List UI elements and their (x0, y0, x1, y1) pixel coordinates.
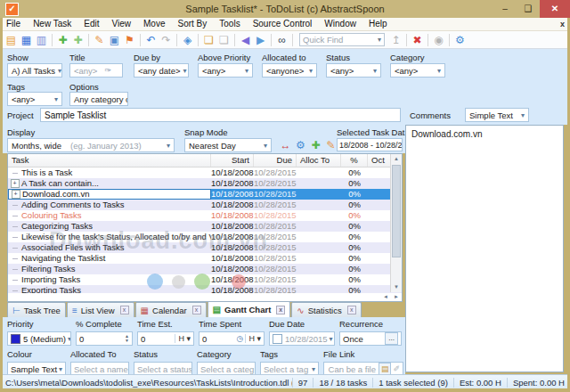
quick-find-input[interactable]: Quick Find▾ (299, 33, 385, 46)
table-row[interactable]: Adding Comments to Tasks10/18/200810/28/… (8, 200, 402, 210)
vertical-scrollbar[interactable]: ▲ ▼ (390, 154, 402, 292)
display-combo[interactable]: Months, wide (eg. January 2013) (7, 138, 175, 152)
table-row[interactable]: Likewise for the task's Status, Allocate… (8, 232, 402, 242)
task-title-cell[interactable]: +Download.com.vn (8, 189, 211, 200)
chevron-down-icon[interactable]: ▾ (378, 36, 381, 44)
plus-icon[interactable]: + (11, 179, 20, 188)
scroll-to-task-icon[interactable]: ↥ (388, 33, 403, 47)
comments-panel[interactable]: Download.com.vn (405, 125, 564, 372)
table-row[interactable]: +Download.com.vn10/18/200810/28/20150% (8, 189, 402, 200)
filter-dueby-combo[interactable]: <any date> (134, 63, 189, 78)
due-date-checkbox[interactable] (273, 334, 282, 344)
scroll-up-icon[interactable]: ▲ (391, 154, 402, 164)
new-task-icon[interactable]: ✚ (55, 33, 70, 47)
delete-task-icon[interactable]: ✖ (410, 33, 425, 47)
save-all-icon[interactable]: ▥ (34, 33, 49, 47)
project-input[interactable]: Sample Tasklist (40, 108, 401, 122)
undo-icon[interactable]: ↶ (143, 33, 159, 47)
task-title-cell[interactable]: Navigating the Tasklist (8, 253, 211, 264)
column-header-oct[interactable]: Oct (368, 154, 393, 167)
new-subtask-icon[interactable]: ✚ (70, 33, 86, 47)
time-spent-unit-button[interactable]: H ▾ (245, 334, 261, 343)
recurrence-field[interactable]: Once ... (339, 331, 402, 346)
clock-icon[interactable]: ◷ (237, 334, 244, 343)
task-title-cell[interactable]: This is a Task (8, 167, 211, 178)
table-row[interactable]: Navigating the Tasklist10/18/200810/28/2… (8, 253, 402, 264)
menu-item-tools[interactable]: Tools (213, 18, 246, 30)
table-row[interactable]: Filtering Tasks10/18/200810/28/20150% (8, 264, 402, 274)
menubar-close-icon[interactable]: x (560, 20, 565, 29)
task-title-cell[interactable]: Filtering Tasks (8, 264, 211, 274)
preferences-gear-icon[interactable]: ⚙ (452, 33, 468, 47)
column-header-due[interactable]: Due (254, 154, 297, 167)
gantt-preferences-icon[interactable]: ⚙ (293, 139, 308, 151)
menu-item-edit[interactable]: Edit (77, 18, 105, 30)
time-est-unit-button[interactable]: H ▾ (175, 334, 191, 343)
filter-status-combo[interactable]: <any> (326, 63, 381, 78)
megaphone-icon[interactable]: ⚑ (122, 33, 137, 47)
tab-task-tree[interactable]: ⊢Task Tree (7, 302, 66, 317)
tab-gantt-chart[interactable]: ▤Gantt Chartx (208, 301, 291, 317)
filter-tags-combo[interactable]: <any> (7, 92, 62, 106)
menu-item-move[interactable]: Move (137, 18, 171, 30)
column-header-alloc-to[interactable]: Alloc To (297, 154, 341, 167)
spinner-arrows-icon[interactable]: ▲▼ (125, 334, 129, 343)
tab-calendar[interactable]: ▦Calendarx (135, 302, 207, 317)
menu-item-file[interactable]: File (0, 18, 27, 30)
menu-item-source-control[interactable]: Source Control (247, 18, 319, 30)
filter-options-combo[interactable]: Any category c... (69, 92, 128, 106)
menu-item-view[interactable]: View (106, 18, 138, 30)
filter-allocto-combo[interactable]: <anyone> (262, 63, 317, 78)
horizontal-scrollbar[interactable]: ◄ ► (7, 293, 403, 302)
table-row[interactable]: Categorizing Tasks10/18/200810/28/20150% (8, 221, 402, 232)
comments-format-combo[interactable]: Simple Text (465, 108, 529, 122)
scroll-left-icon[interactable]: ◄ (380, 293, 391, 301)
edit-task-icon[interactable]: ✎ (92, 33, 107, 47)
table-row[interactable]: Importing Tasks10/18/200810/28/20150% (8, 274, 402, 285)
task-title-cell[interactable]: Associated Files with Tasks (8, 242, 211, 253)
column-header-task[interactable]: Task (8, 154, 211, 167)
expand-tasks-icon[interactable]: ❏ (201, 33, 216, 47)
plus-icon[interactable]: + (12, 190, 20, 199)
tab-list-view[interactable]: ≡List Viewx (67, 302, 134, 317)
tab-close-icon[interactable]: x (276, 306, 285, 314)
scroll-down-icon[interactable]: ▼ (391, 282, 402, 292)
horizontal-split-icon[interactable]: ↔ (278, 139, 293, 151)
column-header-start[interactable]: Start (211, 154, 254, 167)
table-row[interactable]: +A Task can contain...10/18/200810/28/20… (8, 178, 402, 189)
time-spent-field[interactable]: 0 ◷ H ▾ (199, 331, 265, 346)
tab-close-icon[interactable]: x (192, 306, 201, 314)
menu-item-window[interactable]: Window (318, 18, 362, 30)
scroll-right-icon[interactable]: ► (391, 293, 402, 301)
browse-file-icon[interactable]: ▤ (379, 363, 392, 375)
tab-close-icon[interactable]: x (347, 306, 356, 314)
menu-item-new-task[interactable]: New Task (27, 18, 77, 30)
snap-mode-combo[interactable]: Nearest Day (184, 138, 272, 152)
table-header[interactable]: TaskStartDueAlloc To%Oct (8, 154, 402, 167)
tab-statistics[interactable]: ∿Statisticsx (291, 302, 361, 317)
filter-category-combo[interactable]: <any> (390, 63, 445, 78)
task-title-cell[interactable]: Colouring Tasks (8, 210, 211, 221)
find-tasks-icon[interactable]: ∞ (274, 33, 289, 47)
recurrence-more-button[interactable]: ... (385, 332, 398, 345)
menu-item-help[interactable]: Help (362, 18, 394, 30)
table-row[interactable]: Associated Files with Tasks10/18/200810/… (8, 242, 402, 253)
task-title-cell[interactable]: Categorizing Tasks (8, 221, 211, 232)
expand-comments-icon[interactable]: ❏ (216, 33, 232, 47)
filter-priority-combo[interactable]: <any> (198, 63, 253, 78)
task-title-cell[interactable]: Importing Tasks (8, 274, 211, 285)
back-icon[interactable]: ◀ (238, 33, 253, 47)
gantt-new-task-icon[interactable]: ✚ (308, 139, 323, 151)
expand-toggle-icon[interactable]: + (8, 179, 21, 188)
save-tasklist-icon[interactable]: ▦ (19, 33, 34, 47)
expand-toggle-icon[interactable]: + (9, 190, 22, 199)
filter-title-input[interactable]: <any> ✑ (69, 63, 123, 78)
time-est-field[interactable]: 0 H ▾ (137, 331, 194, 346)
redo-icon[interactable]: ↷ (159, 33, 174, 47)
filter-show-combo[interactable]: A) All Tasks (7, 63, 62, 78)
forward-icon[interactable]: ▶ (253, 33, 268, 47)
menu-item-sort-by[interactable]: Sort By (171, 18, 213, 30)
pct-complete-spinner[interactable]: 0 ▲▼ (76, 331, 133, 346)
scrollbar-thumb[interactable] (392, 165, 401, 257)
table-row[interactable]: Colouring Tasks10/18/200810/28/20150% (8, 210, 402, 221)
